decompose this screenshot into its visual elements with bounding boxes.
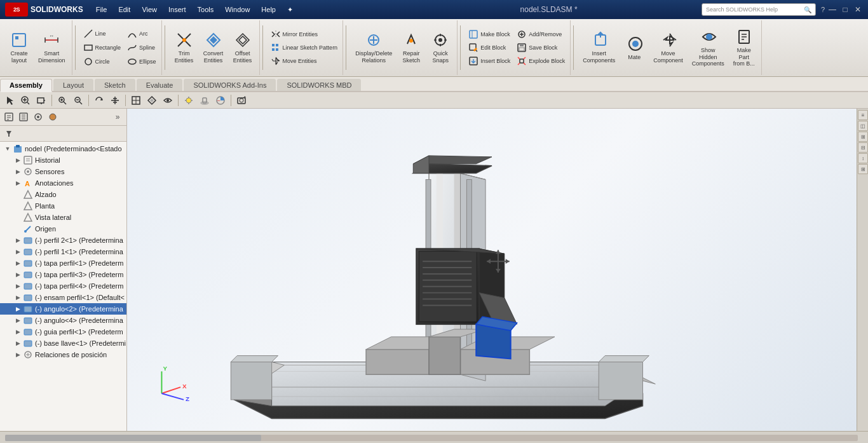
close-button[interactable]: ✕: [853, 4, 863, 15]
insert-components-button[interactable]: InsertComponents: [579, 29, 619, 67]
property-manager-tab[interactable]: [17, 111, 30, 123]
angulo2-expander[interactable]: ▶: [13, 304, 23, 314]
zoom-previous-button[interactable]: [18, 93, 32, 107]
tree-item-perfil1[interactable]: ▶ (-) perfil 1<1> (Predetermina: [0, 246, 126, 257]
save-block-button[interactable]: Save Block: [514, 41, 567, 54]
angulo4-expander[interactable]: ▶: [13, 315, 23, 325]
tree-item-ensam-perfil1[interactable]: ▶ (-) ensam perfil<1> (Default<: [0, 292, 126, 303]
tree-item-perfil2[interactable]: ▶ (-) perfil 2<1> (Predetermina: [0, 235, 126, 246]
tapa-perfil1-expander[interactable]: ▶: [13, 258, 23, 268]
right-btn-3[interactable]: ⊞: [858, 132, 868, 142]
show-hidden-components-button[interactable]: ShowHiddenComponents: [688, 25, 728, 70]
trim-entities-button[interactable]: TrimEntities: [170, 29, 198, 67]
spline-button[interactable]: Spline: [125, 41, 159, 54]
insert-block-button[interactable]: Insert Block: [466, 55, 513, 67]
tab-evaluate[interactable]: Evaluate: [137, 79, 183, 91]
appearance-manager-tab[interactable]: [46, 111, 59, 123]
tree-item-base-llave1[interactable]: ▶ (-) base llave<1> (Predetermi: [0, 337, 126, 349]
tree-item-root[interactable]: ▼ nodel (Predeterminado<Estado: [0, 143, 126, 154]
feature-manager-tab[interactable]: [3, 111, 15, 123]
tab-solidworks-mbd[interactable]: SOLIDWORKS MBD: [277, 79, 361, 91]
right-btn-4[interactable]: ⊟: [858, 142, 868, 153]
move-component-button[interactable]: MoveComponent: [649, 29, 687, 67]
line-button[interactable]: Line: [81, 27, 124, 40]
tree-item-origen[interactable]: Origen: [0, 223, 126, 235]
config-manager-tab[interactable]: [32, 111, 44, 123]
tab-sketch[interactable]: Sketch: [95, 79, 135, 91]
menu-extra[interactable]: ✦: [282, 4, 298, 15]
guia-perfil1-expander[interactable]: ▶: [13, 327, 23, 337]
zoom-out-button[interactable]: [71, 93, 85, 107]
scene-button[interactable]: [198, 93, 212, 107]
minimize-button[interactable]: —: [827, 4, 837, 15]
status-scroll-area[interactable]: [5, 435, 858, 441]
convert-entities-button[interactable]: ConvertEntities: [200, 29, 227, 67]
sensores-expander[interactable]: ▶: [13, 167, 23, 177]
ensam-perfil1-expander[interactable]: ▶: [13, 292, 23, 303]
make-part-from-b-button[interactable]: MakePartfrom B...: [729, 25, 759, 70]
right-btn-6[interactable]: ⊞: [858, 164, 868, 174]
tab-solidworks-addins[interactable]: SOLIDWORKS Add-Ins: [184, 79, 276, 91]
view-orientation-button[interactable]: [129, 93, 143, 107]
select-tool-button[interactable]: [3, 93, 17, 107]
menu-window[interactable]: Window: [220, 4, 255, 15]
help-icon[interactable]: ?: [821, 6, 825, 13]
quick-snaps-button[interactable]: QuickSnaps: [426, 29, 454, 67]
tab-layout[interactable]: Layout: [53, 79, 93, 91]
tree-item-tapa-perfil1[interactable]: ▶ (-) tapa perfil<1> (Predeterm: [0, 257, 126, 269]
pan-button[interactable]: [108, 93, 122, 107]
tab-assembly[interactable]: Assembly: [0, 79, 52, 92]
right-btn-5[interactable]: ↕: [858, 153, 868, 163]
move-entities-button[interactable]: Move Entities: [268, 55, 341, 67]
mirror-entities-button[interactable]: Mirror Entities: [268, 28, 341, 41]
scrollbar-thumb[interactable]: [5, 435, 261, 441]
rectangle-button[interactable]: Rectangle: [81, 41, 124, 54]
tree-item-planta[interactable]: Planta: [0, 200, 126, 212]
tree-item-historial[interactable]: ▶ Historial: [0, 154, 126, 166]
maximize-button[interactable]: □: [840, 4, 850, 15]
tree-item-guia-perfil1[interactable]: ▶ (-) guia perfil<1> (Predeterm: [0, 326, 126, 337]
create-layout-button[interactable]: Createlayout: [5, 29, 33, 67]
tree-item-alzado[interactable]: Alzado: [0, 189, 126, 200]
panel-expand-button[interactable]: »: [111, 111, 124, 123]
repair-sketch-button[interactable]: RepairSketch: [397, 29, 425, 67]
horizontal-scrollbar[interactable]: [5, 435, 858, 441]
perfil2-expander[interactable]: ▶: [13, 235, 23, 245]
perfil1-expander[interactable]: ▶: [13, 247, 23, 257]
arc-button[interactable]: Arc: [125, 27, 159, 40]
menu-insert[interactable]: Insert: [163, 4, 191, 15]
base-llave1-expander[interactable]: ▶: [13, 338, 23, 348]
appearance-button[interactable]: [214, 93, 227, 107]
circle-button[interactable]: Circle: [81, 55, 124, 68]
smart-dimension-button[interactable]: ↔ SmartDimension: [34, 29, 69, 67]
zoom-to-fit-button[interactable]: [34, 93, 48, 107]
tapa-perfil3-expander[interactable]: ▶: [13, 269, 23, 280]
menu-view[interactable]: View: [137, 4, 162, 15]
menu-edit[interactable]: Edit: [113, 4, 135, 15]
zoom-in-button[interactable]: [55, 93, 69, 107]
search-box[interactable]: Search SOLIDWORKS Help 🔍: [702, 3, 816, 16]
tapa-perfil4-expander[interactable]: ▶: [13, 281, 23, 291]
display-style-button[interactable]: [145, 93, 159, 107]
edit-block-button[interactable]: Edit Block: [466, 41, 513, 54]
rotate-button[interactable]: [92, 93, 106, 107]
viewport[interactable]: X Y Z: [127, 109, 857, 431]
tree-item-vista-lateral[interactable]: Vista lateral: [0, 212, 126, 223]
tree-item-anotaciones[interactable]: ▶ A Anotaciones: [0, 177, 126, 189]
menu-help[interactable]: Help: [256, 4, 281, 15]
offset-entities-button[interactable]: OffsetEntities: [229, 29, 257, 67]
tree-item-angulo4[interactable]: ▶ (-) angulo<4> (Predetermina: [0, 315, 126, 326]
lighting-button[interactable]: [182, 93, 196, 107]
mate-button[interactable]: Mate: [620, 32, 648, 64]
make-block-button[interactable]: Make Block: [466, 28, 513, 41]
relaciones-expander[interactable]: ▶: [13, 350, 23, 360]
explode-block-button[interactable]: Explode Block: [514, 55, 567, 67]
anotaciones-expander[interactable]: ▶: [13, 178, 23, 188]
tree-item-tapa-perfil3[interactable]: ▶ (-) tapa perfil<3> (Predeterm: [0, 269, 126, 280]
menu-file[interactable]: File: [91, 4, 112, 15]
add-remove-button[interactable]: Add/Remove: [514, 28, 567, 41]
right-btn-2[interactable]: ◫: [858, 121, 868, 131]
ellipse-button[interactable]: Ellipse: [125, 55, 159, 68]
hide-show-button[interactable]: [161, 93, 175, 107]
tree-item-angulo2[interactable]: ▶ (-) angulo<2> (Predetermina: [0, 303, 126, 315]
